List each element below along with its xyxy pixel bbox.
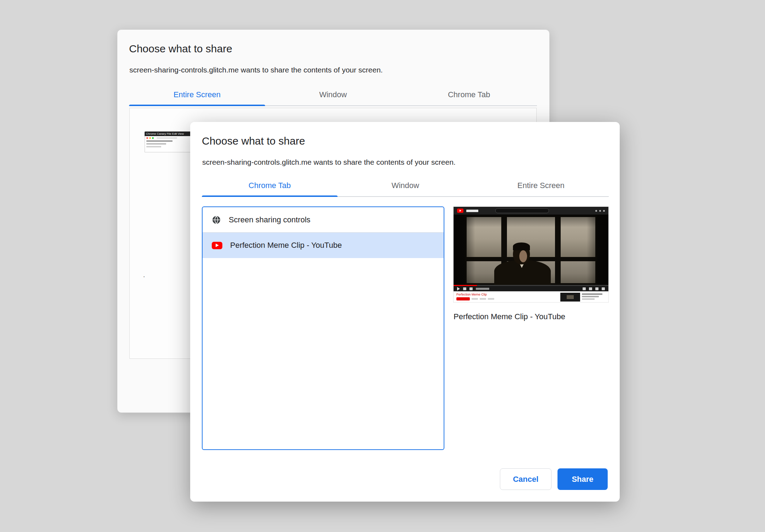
progress-bar: [454, 285, 608, 286]
tab-preview-thumbnail: Perfection Meme Clip: [454, 207, 608, 302]
dialog-title: Choose what to share: [202, 135, 305, 147]
cancel-button[interactable]: Cancel: [500, 468, 551, 490]
tab-title: Perfection Meme Clip - YouTube: [230, 241, 342, 250]
related-video: [560, 293, 606, 301]
dialog-subtitle: screen-sharing-controls.glitch.me wants …: [129, 66, 383, 74]
tab-list: Screen sharing controls Perfection Meme …: [202, 206, 444, 450]
tab-label: Window: [319, 90, 347, 99]
page-below-player: Perfection Meme Clip: [454, 291, 608, 302]
tab-chrome-tab[interactable]: Chrome Tab: [202, 174, 338, 196]
header-dot-icon: [599, 210, 601, 212]
share-button[interactable]: Share: [557, 468, 608, 490]
window-traffic-lights: [146, 137, 190, 139]
like-chip: [472, 298, 478, 300]
related-text-lines: [582, 293, 602, 301]
tab-label: Entire Screen: [174, 90, 221, 99]
play-triangle-icon: [216, 244, 219, 247]
player-controls: [454, 285, 608, 291]
maximize-dot-icon: [152, 137, 154, 139]
tab-entire-screen[interactable]: Entire Screen: [473, 174, 609, 196]
dialog-title: Choose what to share: [129, 43, 232, 55]
tab-window[interactable]: Window: [265, 83, 401, 105]
captions-icon: [583, 287, 586, 290]
dialog-subtitle: screen-sharing-controls.glitch.me wants …: [202, 158, 456, 166]
minimize-dot-icon: [149, 137, 151, 139]
play-icon: [457, 287, 460, 291]
header-buttons: [595, 210, 605, 212]
youtube-wordmark: [466, 210, 478, 212]
search-bar: [495, 208, 549, 213]
list-item-screen-sharing-controls[interactable]: Screen sharing controls: [203, 207, 444, 233]
tab-entire-screen[interactable]: Entire Screen: [129, 83, 265, 105]
vignette-overlay: [454, 215, 608, 285]
video-meta: Perfection Meme Clip: [456, 293, 557, 301]
youtube-icon: [212, 242, 222, 249]
stray-period: .: [143, 271, 145, 279]
share-surface-tabs: Chrome Tab Window Entire Screen: [202, 174, 609, 197]
list-item-youtube-tab[interactable]: Perfection Meme Clip - YouTube: [203, 233, 444, 258]
close-dot-icon: [146, 137, 148, 139]
tab-window[interactable]: Window: [338, 174, 473, 196]
mini-browser-window: [145, 136, 192, 152]
tab-label: Entire Screen: [518, 181, 565, 190]
tab-title: Screen sharing controls: [229, 215, 310, 224]
youtube-logo-icon: [457, 209, 463, 213]
volume-icon: [469, 287, 473, 290]
theater-icon: [595, 287, 598, 290]
tab-label: Chrome Tab: [249, 181, 291, 190]
next-icon: [463, 287, 466, 290]
mini-text-line: [146, 146, 161, 147]
youtube-header: [454, 207, 608, 215]
settings-icon: [589, 287, 592, 290]
share-chip: [480, 298, 486, 300]
mini-menubar: Chrome Canary File Edit View: [145, 131, 192, 136]
mini-text-line: [146, 143, 166, 145]
subscribe-button: [456, 297, 470, 300]
time-display: [476, 288, 489, 290]
save-chip: [488, 298, 494, 300]
tab-chrome-tab[interactable]: Chrome Tab: [401, 83, 537, 105]
mini-text-line: [146, 140, 173, 142]
preview-caption: Perfection Meme Clip - YouTube: [454, 312, 565, 321]
entire-screen-thumbnail[interactable]: Chrome Canary File Edit View: [145, 131, 192, 152]
fullscreen-icon: [602, 287, 605, 290]
video-title: Perfection Meme Clip: [456, 293, 557, 296]
header-dot-icon: [595, 210, 597, 212]
share-dialog: Choose what to share screen-sharing-cont…: [190, 122, 620, 502]
tab-label: Window: [391, 181, 419, 190]
share-surface-tabs: Entire Screen Window Chrome Tab: [129, 83, 537, 106]
progress-fill: [454, 285, 477, 286]
mini-address-bar: [157, 137, 177, 139]
tab-label: Chrome Tab: [448, 90, 490, 99]
header-dot-icon: [603, 210, 605, 212]
globe-icon: [212, 215, 221, 224]
video-frame: [454, 215, 608, 285]
related-thumbnail: [560, 293, 580, 302]
